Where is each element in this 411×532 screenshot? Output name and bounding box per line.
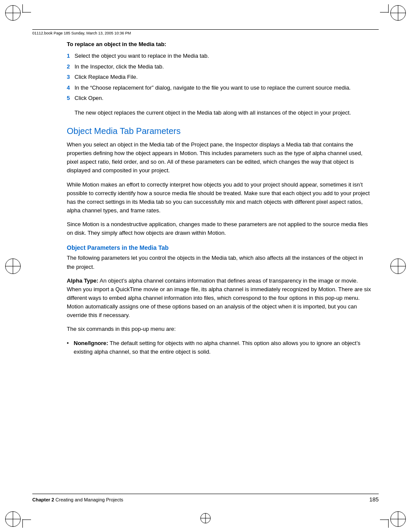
page: 01112.book Page 185 Sunday, March 13, 20… (0, 0, 411, 532)
bullet-list: • None/Ignore: The default setting for o… (67, 339, 372, 356)
book-header: 01112.book Page 185 Sunday, March 13, 20… (32, 29, 379, 35)
section1-para3: Since Motion is a nondestructive applica… (67, 220, 372, 237)
section1-para1: When you select an object in the Media t… (67, 140, 372, 175)
footer-chapter-title: Creating and Managing Projects (56, 497, 123, 502)
bullet-item-none-ignore: • None/Ignore: The default setting for o… (67, 339, 372, 356)
alpha-type-para: Alpha Type: An object’s alpha channel co… (67, 277, 372, 320)
none-ignore-label: None/Ignore: (74, 340, 108, 346)
footer-chapter-label: Chapter 2 (32, 497, 54, 502)
steps-list: 1 Select the object you want to replace … (67, 52, 372, 103)
subsection-heading: Object Parameters in the Media Tab (67, 244, 372, 251)
reg-mark-bottom (200, 513, 211, 523)
reg-mark-left (5, 258, 21, 274)
step-number-2: 2 (67, 62, 75, 71)
reg-mark-tr (389, 4, 407, 22)
bullet-text-none-ignore: None/Ignore: The default setting for obj… (74, 339, 372, 356)
steps-header: To replace an object in the Media tab: (67, 41, 372, 47)
step-item-1: 1 Select the object you want to replace … (67, 52, 372, 60)
page-footer: Chapter 2 Creating and Managing Projects… (32, 494, 379, 503)
step5-followup: The new object replaces the current obje… (75, 109, 372, 117)
crop-mark (22, 520, 31, 520)
alpha-type-text: An object’s alpha channel contains infor… (67, 277, 371, 319)
alpha-type-label: Alpha Type: (67, 277, 98, 284)
reg-mark-bl (4, 510, 22, 528)
crop-mark (380, 520, 389, 520)
crop-mark (22, 4, 23, 13)
six-commands-intro: The six commands in this pop-up menu are… (67, 325, 372, 333)
crop-mark (380, 12, 389, 12)
book-info: 01112.book Page 185 Sunday, March 13, 20… (32, 31, 131, 35)
crop-mark (22, 519, 23, 528)
reg-mark-br (389, 510, 407, 528)
reg-mark-tl (4, 4, 22, 22)
step-number-5: 5 (67, 94, 75, 103)
step-text-3: Click Replace Media File. (75, 73, 372, 81)
footer-left: Chapter 2 Creating and Managing Projects (32, 497, 123, 502)
crop-mark (22, 12, 31, 12)
step-item-5: 5 Click Open. (67, 94, 372, 103)
step-number-4: 4 (67, 84, 75, 92)
bullet-dot: • (67, 339, 74, 356)
section1-para2: While Motion makes an effort to correctl… (67, 180, 372, 215)
step-item-2: 2 In the Inspector, click the Media tab. (67, 62, 372, 71)
step-number-3: 3 (67, 73, 75, 81)
step-text-4: In the “Choose replacement for” dialog, … (75, 84, 372, 92)
crop-mark (388, 519, 389, 528)
subsection-para: The following parameters let you control… (67, 254, 372, 271)
footer-page-number: 185 (369, 496, 379, 503)
section1-heading: Object Media Tab Parameters (67, 126, 372, 136)
step-text-1: Select the object you want to replace in… (75, 52, 372, 60)
step-item-4: 4 In the “Choose replacement for” dialog… (67, 84, 372, 92)
step-item-3: 3 Click Replace Media File. (67, 73, 372, 81)
step-text-2: In the Inspector, click the Media tab. (75, 62, 372, 71)
step-text-5: Click Open. (75, 94, 372, 103)
none-ignore-text: The default setting for objects with no … (74, 340, 361, 355)
main-content: To replace an object in the Media tab: 1… (67, 41, 372, 489)
step-number-1: 1 (67, 52, 75, 60)
crop-mark (388, 4, 389, 13)
reg-mark-right (390, 258, 406, 274)
